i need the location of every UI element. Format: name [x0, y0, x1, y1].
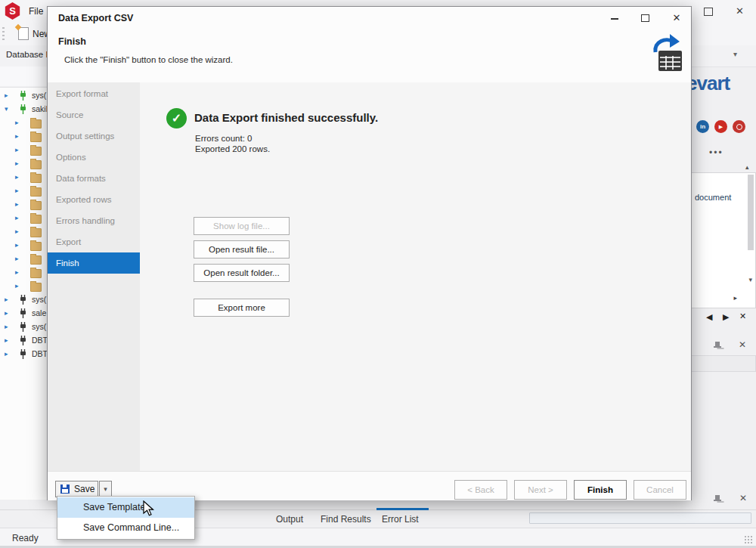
app-logo[interactable]: S [5, 2, 20, 20]
tree-row[interactable]: ▸ [0, 266, 47, 280]
chevron-right-icon[interactable]: ▸ [15, 228, 19, 235]
chevron-right-icon[interactable]: ▸ [15, 200, 19, 208]
maximize-button[interactable] [631, 7, 658, 29]
open-result-file-button[interactable]: Open result file... [194, 240, 290, 259]
step-finish[interactable]: Finish [48, 252, 140, 274]
export-more-button[interactable]: Export more [194, 299, 290, 317]
open-result-folder-button[interactable]: Open result folder... [194, 264, 290, 282]
tree-row[interactable]: ▸ [0, 184, 47, 198]
plug-icon [19, 336, 27, 345]
linkedin-icon[interactable]: in [696, 120, 709, 133]
scroll-right-icon[interactable]: ▸ [733, 294, 737, 302]
minimize-button[interactable] [601, 7, 628, 29]
scroll-up-icon[interactable]: ▴ [745, 163, 749, 171]
tree-label: DBT [32, 336, 47, 345]
tree-row[interactable]: ▸ DBT [0, 348, 47, 361]
plug-connected-icon [19, 104, 27, 114]
step-options[interactable]: Options [48, 147, 140, 168]
chevron-right-icon[interactable]: ▸ [15, 282, 19, 289]
chevron-right-icon[interactable]: ▸ [15, 159, 19, 167]
pin-icon[interactable] [714, 494, 722, 504]
tree-row[interactable]: ▸ [0, 212, 47, 225]
tree-row[interactable]: ▸ sys( [0, 89, 47, 103]
show-log-button: Show log file... [194, 217, 290, 235]
menu-item-save-command-line[interactable]: Save Command Line... [57, 518, 194, 538]
tab-close-icon[interactable]: ✕ [739, 311, 746, 321]
scrollbar-thumb[interactable] [748, 175, 754, 250]
cancel-button[interactable]: Cancel [634, 480, 686, 500]
step-source[interactable]: Source [48, 104, 140, 125]
chevron-right-icon[interactable]: ▸ [15, 146, 19, 153]
tab-scroll-left-icon[interactable]: ◀ [706, 312, 712, 322]
tree-row[interactable]: ▸ [0, 225, 47, 239]
tree-row[interactable]: ▸ [0, 239, 47, 252]
toolbar-grip-icon[interactable] [2, 27, 5, 41]
resize-grip[interactable] [744, 535, 753, 544]
youtube-icon[interactable]: ▶ [714, 120, 727, 133]
tree-row[interactable]: ▸ [0, 130, 47, 144]
save-button[interactable]: Save [55, 481, 98, 497]
chevron-right-icon[interactable]: ▸ [15, 255, 19, 262]
export-table-icon [648, 33, 684, 76]
step-errors-handling[interactable]: Errors handling [48, 210, 140, 231]
step-export[interactable]: Export [48, 231, 140, 252]
window-maximize-button[interactable] [704, 8, 713, 16]
chevron-right-icon[interactable]: ▸ [15, 119, 19, 126]
chevron-right-icon[interactable]: ▸ [15, 268, 19, 276]
tree-row[interactable]: ▾ sakila [0, 103, 47, 116]
step-output-settings[interactable]: Output settings [48, 125, 140, 147]
menu-item-save-template[interactable]: Save Template... [57, 497, 194, 518]
instagram-icon[interactable] [733, 120, 745, 133]
tree-row[interactable]: ▸ sale [0, 307, 47, 320]
window-close-button[interactable]: ✕ [736, 5, 744, 17]
tree-row[interactable]: ▸ [0, 280, 47, 293]
plug-icon [19, 349, 27, 359]
step-export-format[interactable]: Export format [48, 83, 140, 104]
chevron-right-icon[interactable]: ▸ [15, 241, 19, 249]
tree-toolbar: ↻ ✕ [0, 67, 47, 86]
finish-button[interactable]: Finish [574, 480, 627, 500]
tree-row[interactable]: ▸ [0, 116, 47, 130]
save-dropdown-button[interactable]: ▾ [99, 481, 112, 497]
back-button: < Back [454, 480, 507, 500]
chevron-right-icon[interactable]: ▸ [5, 336, 8, 344]
tree-row[interactable]: ▸ DBT [0, 334, 47, 348]
tree-row[interactable]: ▸ sys( [0, 293, 47, 307]
tab-scroll-right-icon[interactable]: ▶ [723, 312, 729, 322]
new-document-icon[interactable] [18, 27, 29, 40]
close-button[interactable]: ✕ [663, 7, 690, 29]
chevron-right-icon[interactable]: ▸ [5, 91, 8, 99]
scrollbar-track[interactable] [529, 512, 751, 524]
folder-icon [30, 269, 42, 278]
tree-row[interactable]: ▸ [0, 252, 47, 266]
tab-find-results[interactable]: Find Results [321, 514, 371, 525]
chevron-right-icon[interactable]: ▸ [15, 187, 19, 194]
tree-row[interactable]: ▸ [0, 157, 47, 171]
dialog-titlebar[interactable]: Data Export CSV ✕ [48, 7, 691, 29]
tree-row[interactable]: ▸ [0, 198, 47, 212]
close-icon[interactable]: ✕ [739, 493, 747, 503]
more-options-icon[interactable]: ••• [709, 147, 723, 158]
chevron-down-icon[interactable]: ▾ [5, 105, 8, 113]
chevron-right-icon[interactable]: ▸ [5, 309, 8, 317]
step-exported-rows[interactable]: Exported rows [48, 189, 140, 210]
tree-row[interactable]: ▸ [0, 171, 47, 184]
chevron-right-icon[interactable]: ▸ [15, 214, 19, 221]
pin-icon[interactable] [714, 341, 722, 351]
tree-row[interactable]: ▸ sys( [0, 320, 47, 334]
tab-error-list[interactable]: Error List [382, 514, 419, 525]
chevron-right-icon[interactable]: ▸ [15, 173, 19, 181]
menu-file[interactable]: File [29, 6, 43, 17]
chevron-right-icon[interactable]: ▸ [5, 350, 8, 358]
tree-row[interactable]: ▸ [0, 144, 47, 157]
step-data-formats[interactable]: Data formats [48, 168, 140, 189]
tab-output[interactable]: Output [276, 514, 303, 525]
scroll-down-icon[interactable]: ▾ [748, 276, 752, 283]
document-link[interactable]: document [695, 193, 731, 202]
folder-icon [30, 133, 42, 142]
close-icon[interactable]: ✕ [739, 339, 746, 350]
chevron-down-icon[interactable]: ▾ [733, 50, 737, 58]
chevron-right-icon[interactable]: ▸ [5, 323, 8, 330]
chevron-right-icon[interactable]: ▸ [15, 132, 19, 140]
chevron-right-icon[interactable]: ▸ [5, 296, 8, 303]
